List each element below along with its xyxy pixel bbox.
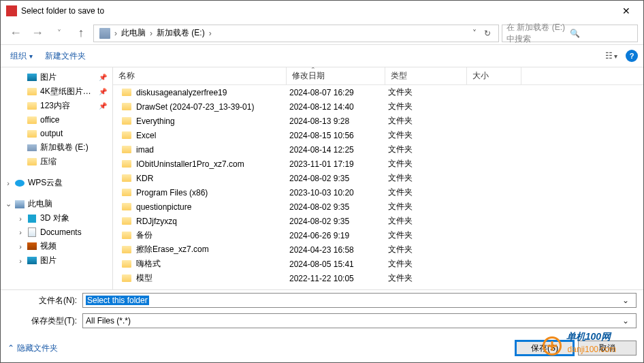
chevron-right-icon[interactable]: › — [113, 29, 118, 38]
sidebar-item-label: 此电脑 — [28, 198, 52, 210]
view-button[interactable]: ☷▾ — [605, 51, 617, 61]
chevron-down-icon[interactable]: ⌄ — [618, 316, 633, 326]
up-button[interactable]: ↑ — [71, 24, 91, 43]
sidebar-item[interactable]: 4K壁纸图片…📌 — [1, 84, 112, 99]
sidebar-item-label: 新加载卷 (E:) — [40, 142, 88, 153]
row-date: 2024-08-13 9:28 — [289, 116, 388, 126]
breadcrumb-pc[interactable]: 此电脑 — [118, 27, 148, 39]
row-type: 文件夹 — [388, 187, 470, 198]
row-name: 模型 — [136, 272, 289, 284]
row-name: 嗨格式 — [136, 258, 289, 270]
titlebar: Select folder to save to ✕ — [1, 1, 643, 21]
row-name: diskusageanalyzerfree19 — [136, 88, 289, 97]
address-dropdown[interactable]: ˅ — [470, 29, 479, 38]
table-row[interactable]: IObitUninstaller1Pro_xz7.com2023-11-01 1… — [113, 157, 643, 171]
table-row[interactable]: imad2024-08-14 12:25文件夹 — [113, 142, 643, 157]
back-button[interactable]: ← — [6, 24, 25, 43]
sidebar[interactable]: 图片📌4K壁纸图片…📌123内容📌officeoutput新加载卷 (E:)压缩… — [1, 67, 113, 289]
pic-icon — [27, 72, 37, 83]
hide-folders-button[interactable]: ⌃ 隐藏文件夹 — [7, 343, 58, 354]
folder-icon — [121, 260, 132, 268]
rows-container[interactable]: diskusageanalyzerfree192024-08-07 16:29文… — [113, 85, 643, 289]
sidebar-item[interactable]: 压缩 — [1, 155, 112, 169]
expand-icon[interactable]: › — [17, 242, 24, 251]
expand-icon[interactable]: › — [5, 179, 12, 187]
table-row[interactable]: diskusageanalyzerfree192024-08-07 16:29文… — [113, 85, 643, 99]
row-type: 文件夹 — [388, 230, 470, 241]
table-row[interactable]: 模型2022-11-22 10:05文件夹 — [113, 271, 643, 285]
sidebar-item[interactable]: 123内容📌 — [1, 99, 112, 113]
table-row[interactable]: 嗨格式2024-08-05 15:41文件夹 — [113, 257, 643, 271]
organize-button[interactable]: 组织▾ — [6, 48, 37, 65]
doc-icon — [27, 227, 37, 238]
drive-icon — [99, 28, 110, 39]
expand-icon[interactable]: › — [17, 215, 24, 223]
window-title: Select folder to save to — [21, 6, 611, 16]
row-name: 备份 — [136, 230, 289, 241]
chevron-right-icon[interactable]: › — [148, 29, 154, 38]
folder-icon — [121, 246, 132, 253]
row-name: RDJjfzyxzq — [136, 217, 289, 226]
expand-icon[interactable]: › — [17, 228, 24, 236]
table-row[interactable]: DrawSet (2024-07-23_13-39-01)2024-08-12 … — [113, 99, 643, 114]
folder-icon — [121, 203, 132, 210]
fld-icon — [27, 128, 37, 139]
refresh-button[interactable]: ↻ — [479, 29, 496, 38]
close-button[interactable]: ✕ — [611, 1, 642, 21]
sidebar-item[interactable]: ›视频 — [1, 239, 112, 253]
address-field[interactable]: › 此电脑 › 新加载卷 (E:) › ˅ ↻ — [93, 25, 499, 42]
sidebar-item-label: Documents — [40, 227, 82, 237]
sidebar-item[interactable]: ›图片 — [1, 253, 112, 268]
table-row[interactable]: questionpicture2024-08-02 9:35文件夹 — [113, 200, 643, 214]
sidebar-item[interactable]: ›Documents — [1, 225, 112, 239]
forward-button: → — [28, 24, 47, 43]
help-button[interactable]: ? — [626, 50, 638, 62]
folder-icon — [121, 131, 132, 139]
column-size[interactable]: 大小 — [467, 67, 521, 84]
folder-icon — [121, 174, 132, 182]
table-row[interactable]: RDJjfzyxzq2024-08-02 9:35文件夹 — [113, 214, 643, 228]
sidebar-item[interactable]: 新加载卷 (E:) — [1, 140, 112, 155]
column-type[interactable]: 类型 — [385, 67, 467, 84]
chevron-down-icon[interactable]: ⌄ — [618, 296, 633, 305]
row-name: Excel — [136, 131, 289, 140]
sidebar-item-label: office — [40, 115, 59, 125]
new-folder-button[interactable]: 新建文件夹 — [41, 48, 90, 65]
recent-button[interactable]: ˅ — [50, 24, 69, 43]
expand-icon[interactable]: ⌄ — [5, 200, 12, 208]
row-date: 2024-08-02 9:35 — [289, 202, 388, 212]
sidebar-item[interactable]: ›WPS云盘 — [1, 176, 112, 190]
save-button[interactable]: 保存(S) — [515, 341, 574, 356]
expand-icon[interactable]: › — [17, 257, 24, 265]
filename-input[interactable]: Select this folder ⌄ — [82, 293, 637, 308]
column-name[interactable]: 名称 — [113, 67, 287, 84]
sidebar-item[interactable]: output — [1, 127, 112, 140]
row-type: 文件夹 — [388, 115, 470, 127]
sidebar-item[interactable]: ›3D 对象 — [1, 211, 112, 225]
sidebar-item[interactable]: ⌄此电脑 — [1, 197, 112, 211]
row-type: 文件夹 — [388, 144, 470, 155]
column-headers: ⌃ 名称 修改日期 类型 大小 — [113, 67, 643, 85]
table-row[interactable]: 备份2024-06-26 9:19文件夹 — [113, 228, 643, 242]
sidebar-item[interactable]: 图片📌 — [1, 70, 112, 84]
table-row[interactable]: Everything2024-08-13 9:28文件夹 — [113, 114, 643, 128]
table-row[interactable]: 擦除Erase_xz7.com2024-04-23 16:58文件夹 — [113, 242, 643, 257]
row-name: imad — [136, 145, 289, 155]
chevron-right-icon[interactable]: › — [208, 29, 213, 38]
sidebar-item-label: 视频 — [40, 240, 57, 252]
table-row[interactable]: KDR2024-08-02 9:35文件夹 — [113, 171, 643, 185]
row-date: 2024-06-26 9:19 — [289, 231, 388, 240]
filetype-select[interactable]: All Files (*.*) ⌄ — [82, 313, 637, 328]
sidebar-item-label: output — [40, 129, 63, 138]
search-input[interactable]: 在 新加载卷 (E:) 中搜索 🔍 — [502, 25, 638, 42]
pin-icon: 📌 — [99, 74, 107, 81]
cancel-button[interactable]: 取消 — [578, 341, 637, 356]
filename-value: Select this folder — [86, 296, 149, 305]
sidebar-item[interactable]: office — [1, 113, 112, 127]
table-row[interactable]: Program Files (x86)2023-10-03 10:20文件夹 — [113, 185, 643, 200]
breadcrumb-drive[interactable]: 新加载卷 (E:) — [154, 27, 208, 39]
column-date[interactable]: 修改日期 — [287, 67, 385, 84]
row-type: 文件夹 — [388, 244, 470, 255]
table-row[interactable]: Excel2024-08-15 10:56文件夹 — [113, 128, 643, 142]
toolbar: 组织▾ 新建文件夹 ☷▾ ? — [1, 44, 643, 67]
